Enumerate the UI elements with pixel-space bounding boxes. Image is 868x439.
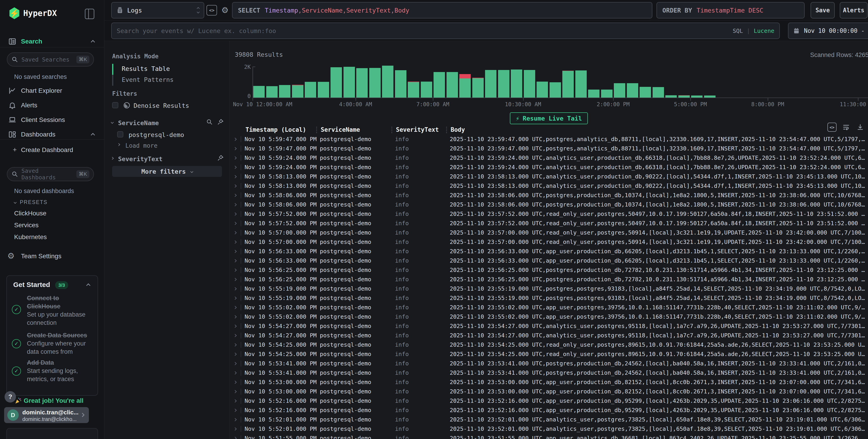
histogram-bar[interactable] (253, 66, 266, 98)
histogram-bar[interactable] (819, 66, 832, 98)
source-settings-button[interactable]: ⚙ (220, 5, 230, 15)
histogram-bar[interactable] (755, 66, 768, 98)
expand-row-icon[interactable] (232, 248, 245, 254)
chevron-up-icon[interactable] (91, 133, 95, 137)
log-row[interactable]: Nov 10 5:52:01.000 PMpostgresql-demoinfo… (230, 424, 868, 434)
service-value-label[interactable]: postgresql-demo (129, 131, 184, 138)
log-row[interactable]: Nov 10 5:52:16.000 PMpostgresql-demoinfo… (230, 406, 868, 415)
filter-group-servicename[interactable]: ServiceName (118, 120, 159, 126)
histogram-bar[interactable] (562, 66, 575, 98)
histogram-bar[interactable] (330, 66, 343, 98)
log-row[interactable]: Nov 10 5:53:00.000 PMpostgresql-demoinfo… (230, 387, 868, 396)
sidebar-item-client-sessions[interactable]: Client Sessions (0, 115, 104, 125)
histogram-bar[interactable] (407, 66, 420, 98)
log-row[interactable]: Nov 10 5:55:02.000 PMpostgresql-demoinfo… (230, 312, 868, 321)
load-more-button[interactable]: Load more (125, 142, 157, 149)
expand-row-icon[interactable] (232, 379, 245, 385)
preset-services[interactable]: Services (14, 222, 38, 229)
histogram-bar[interactable] (613, 66, 626, 98)
log-row[interactable]: Nov 10 5:53:41.000 PMpostgresql-demoinfo… (230, 359, 868, 368)
column-header-severitytext[interactable]: SeverityText (395, 126, 450, 133)
expand-row-icon[interactable] (232, 435, 245, 439)
expand-row-icon[interactable] (232, 258, 245, 264)
expand-row-icon[interactable] (232, 155, 245, 161)
log-row[interactable]: Nov 10 5:59:47.000 PMpostgresql-demoinfo… (230, 144, 868, 153)
histogram-bar[interactable] (858, 66, 868, 98)
code-mode-button[interactable]: <> (207, 5, 217, 15)
log-row[interactable]: Nov 10 5:52:01.000 PMpostgresql-demoinfo… (230, 415, 868, 424)
service-value-checkbox[interactable] (117, 131, 123, 137)
expand-row-icon[interactable] (232, 426, 245, 432)
sidebar-item-team-settings[interactable]: ⚙ Team Settings (0, 252, 104, 262)
create-dashboard-button[interactable]: + Create Dashboard (0, 146, 104, 155)
histogram-bar[interactable] (652, 66, 665, 98)
histogram-bar[interactable] (278, 66, 291, 98)
presets-toggle[interactable]: PRESETS (14, 199, 48, 206)
expand-row-icon[interactable] (232, 136, 245, 142)
histogram-bar[interactable] (704, 66, 716, 98)
expand-row-icon[interactable] (232, 305, 245, 310)
saved-dashboards-input[interactable]: Saved Dashboards ⌘K (7, 167, 94, 181)
language-lucene[interactable]: Lucene (754, 28, 774, 34)
sidebar-item-search[interactable]: Search (0, 37, 104, 47)
log-row[interactable]: Nov 10 5:59:47.000 PMpostgresql-demoinfo… (230, 134, 868, 144)
histogram-bar[interactable] (600, 66, 613, 98)
histogram-bar[interactable] (626, 66, 639, 98)
histogram-bar[interactable] (381, 66, 394, 98)
log-row[interactable]: Nov 10 5:55:19.000 PMpostgresql-demoinfo… (230, 284, 868, 293)
source-select[interactable]: Logs (111, 2, 204, 19)
log-row[interactable]: Nov 10 5:56:25.000 PMpostgresql-demoinfo… (230, 265, 868, 275)
expand-row-icon[interactable] (232, 211, 245, 217)
expand-row-icon[interactable] (232, 417, 245, 422)
histogram-bar[interactable] (729, 66, 742, 98)
histogram-bar[interactable] (716, 66, 729, 98)
histogram-bar[interactable] (266, 66, 279, 98)
histogram-bar[interactable] (575, 66, 588, 98)
expand-row-icon[interactable] (232, 230, 245, 236)
expand-row-icon[interactable] (232, 370, 245, 376)
saved-searches-input[interactable]: Saved Searches ⌘K (7, 53, 94, 67)
histogram-bar[interactable] (304, 66, 317, 98)
histogram-bar[interactable] (806, 66, 819, 98)
expand-row-icon[interactable] (232, 295, 245, 301)
log-row[interactable]: Nov 10 5:57:52.000 PMpostgresql-demoinfo… (230, 219, 868, 228)
search-input[interactable]: Search your events w/ Lucene ex. column:… (111, 23, 780, 39)
log-row[interactable]: Nov 10 5:58:06.000 PMpostgresql-demoinfo… (230, 200, 868, 209)
log-row[interactable]: Nov 10 5:53:00.000 PMpostgresql-demoinfo… (230, 377, 868, 387)
log-row[interactable]: Nov 10 5:53:41.000 PMpostgresql-demoinfo… (230, 368, 868, 377)
log-row[interactable]: Nov 10 5:57:52.000 PMpostgresql-demoinfo… (230, 209, 868, 219)
histogram-bar[interactable] (587, 66, 600, 98)
expand-row-icon[interactable] (232, 146, 245, 152)
chevron-up-icon[interactable] (86, 283, 90, 287)
log-row[interactable]: Nov 10 5:58:06.000 PMpostgresql-demoinfo… (230, 191, 868, 200)
date-range-picker[interactable]: Nov 10 00:00:00 - Nov 11 00:00:00 (788, 23, 868, 39)
get-started-item[interactable]: Connect to ClickHouse Set up your databa… (27, 294, 92, 327)
expand-row-icon[interactable] (232, 183, 245, 189)
log-row[interactable]: Nov 10 5:56:33.000 PMpostgresql-demoinfo… (230, 247, 868, 256)
pin-icon[interactable] (217, 119, 224, 126)
denoise-label[interactable]: Denoise Results (133, 102, 189, 109)
histogram-bar[interactable] (369, 66, 381, 98)
chevron-right-icon[interactable] (111, 157, 114, 160)
histogram-bar[interactable] (665, 66, 678, 98)
histogram-bar[interactable] (317, 66, 330, 98)
histogram-bar[interactable] (832, 66, 845, 98)
log-row[interactable]: Nov 10 5:56:25.000 PMpostgresql-demoinfo… (230, 275, 868, 284)
histogram-bar[interactable] (794, 66, 806, 98)
expand-row-icon[interactable] (232, 351, 245, 357)
log-row[interactable]: Nov 10 5:54:25.000 PMpostgresql-demoinfo… (230, 349, 868, 359)
raw-mode-button[interactable]: <> (828, 123, 837, 132)
save-button[interactable]: Save (811, 2, 835, 19)
preset-kubernetes[interactable]: Kubernetes (14, 233, 47, 241)
log-row[interactable]: Nov 10 5:59:24.000 PMpostgresql-demoinfo… (230, 162, 868, 172)
expand-row-icon[interactable] (232, 407, 245, 413)
log-row[interactable]: Nov 10 5:51:55.000 PMpostgresql-demoinfo… (230, 434, 868, 439)
histogram-bar[interactable] (678, 66, 691, 98)
log-row[interactable]: Nov 10 5:55:02.000 PMpostgresql-demoinfo… (230, 303, 868, 312)
log-row[interactable]: Nov 10 5:58:13.000 PMpostgresql-demoinfo… (230, 172, 868, 181)
log-row[interactable]: Nov 10 5:58:13.000 PMpostgresql-demoinfo… (230, 181, 868, 191)
sidebar-item-dashboards[interactable]: Dashboards (0, 130, 104, 140)
expand-row-icon[interactable] (232, 342, 245, 348)
alerts-button[interactable]: Alerts (840, 2, 868, 19)
expand-row-icon[interactable] (232, 286, 245, 292)
